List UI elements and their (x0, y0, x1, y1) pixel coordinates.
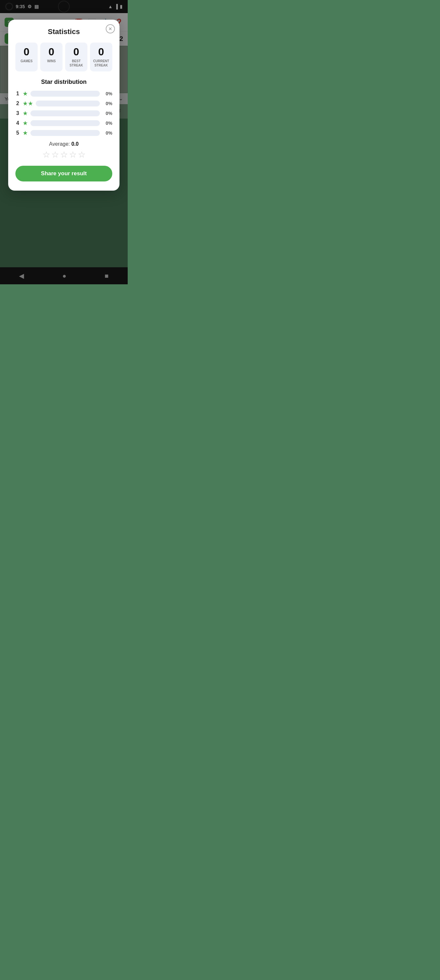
stat-best-streak-value: 0 (67, 46, 86, 57)
dist-row-5: 5 ★ 0% (15, 129, 112, 137)
stat-card-current-streak: 0 CURRENT STREAK (90, 43, 112, 72)
modal-close-button[interactable]: ✕ (106, 24, 115, 33)
stat-current-streak-label: CURRENT STREAK (92, 59, 110, 67)
star-icon-2: ★★ (22, 100, 33, 107)
stat-wins-label: WINS (42, 59, 60, 63)
dist-level-3: 3 (15, 110, 20, 116)
distribution-list: 1 ★ 0% 2 ★★ 0% 3 ★ 0% (15, 90, 112, 137)
star-icon-1: ★ (22, 90, 28, 97)
dist-bar-bg-4 (30, 120, 100, 126)
star-empty-5: ☆ (78, 150, 86, 160)
stats-row: 0 GAMES 0 WINS 0 BEST STREAK 0 CURRENT S… (15, 43, 112, 72)
dist-pct-4: 0% (102, 121, 112, 126)
share-button[interactable]: Share your result (15, 166, 112, 181)
dist-pct-1: 0% (102, 91, 112, 96)
dist-level-4: 4 (15, 120, 20, 126)
average-value: 0.0 (71, 141, 79, 147)
dist-row-1: 1 ★ 0% (15, 90, 112, 97)
star-empty-4: ☆ (69, 150, 76, 160)
dist-row-4: 4 ★ 0% (15, 119, 112, 127)
stat-card-games: 0 GAMES (15, 43, 38, 72)
dist-level-1: 1 (15, 91, 20, 97)
modal-overlay[interactable]: ✕ Statistics 0 GAMES 0 WINS 0 BEST STREA… (0, 0, 128, 284)
stat-best-streak-label: BEST STREAK (67, 59, 86, 67)
stars-display: ☆ ☆ ☆ ☆ ☆ (15, 150, 112, 160)
stat-current-streak-value: 0 (92, 46, 110, 57)
star-icon-4: ★ (22, 119, 28, 127)
dist-pct-2: 0% (102, 101, 112, 106)
dist-row-2: 2 ★★ 0% (15, 100, 112, 107)
dist-pct-3: 0% (102, 111, 112, 116)
star-empty-3: ☆ (60, 150, 68, 160)
stat-wins-value: 0 (42, 46, 60, 57)
dist-bar-bg-3 (30, 110, 100, 116)
dist-level-2: 2 (15, 100, 20, 107)
stat-card-best-streak: 0 BEST STREAK (65, 43, 87, 72)
stat-games-label: GAMES (17, 59, 36, 63)
stat-card-wins: 0 WINS (40, 43, 62, 72)
average-row: Average: 0.0 (15, 141, 112, 147)
stat-games-value: 0 (17, 46, 36, 57)
dist-row-3: 3 ★ 0% (15, 110, 112, 117)
modal-title: Statistics (15, 27, 112, 36)
star-empty-2: ☆ (51, 150, 59, 160)
average-label: Average: (49, 141, 70, 147)
star-dist-title: Star distribution (15, 79, 112, 86)
close-icon: ✕ (108, 26, 112, 32)
star-icon-3: ★ (22, 110, 28, 117)
star-icon-5: ★ (22, 129, 28, 137)
dist-bar-bg-5 (30, 130, 100, 136)
dist-bar-bg-2 (36, 100, 100, 107)
dist-bar-bg-1 (30, 91, 100, 97)
star-empty-1: ☆ (43, 150, 50, 160)
dist-level-5: 5 (15, 130, 20, 136)
dist-pct-5: 0% (102, 130, 112, 135)
statistics-modal: ✕ Statistics 0 GAMES 0 WINS 0 BEST STREA… (8, 20, 119, 191)
